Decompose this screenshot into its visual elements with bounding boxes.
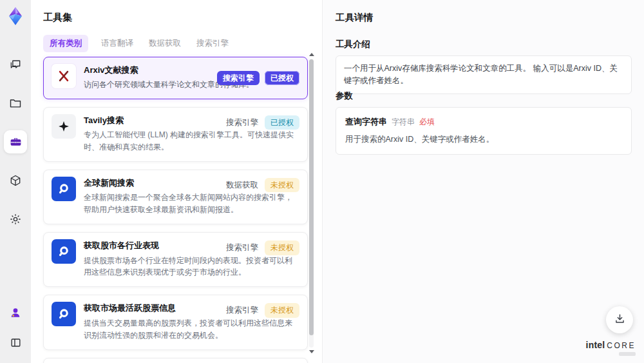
tool-card-regional-news[interactable]: 万维地区新闻查询 查询具体行政区划内的新闻，快速了解各地新闻动 搜索引擎 未授权 xyxy=(43,358,308,363)
intel-core-logo: intelCORE xyxy=(586,339,636,356)
avatar-icon xyxy=(9,306,22,319)
parameter-type: 字符串 xyxy=(392,117,415,128)
tool-card-sector-performance[interactable]: 获取股市各行业表现 提供股票市场各个行业在特定时间段内的表现。投资者可以利用这些… xyxy=(43,232,308,287)
tool-badges: 搜索引擎 未授权 xyxy=(226,240,299,255)
toolbox-icon xyxy=(9,135,23,149)
list-scrollbar[interactable] xyxy=(308,53,314,353)
page-title: 工具集 xyxy=(43,12,72,24)
tab-translation[interactable]: 语言翻译 xyxy=(99,35,136,52)
sidebar-item-toolbox[interactable] xyxy=(4,130,27,153)
parameter-header: 查询字符串 字符串 必填 xyxy=(345,116,622,128)
intel-brand-text: intel xyxy=(586,340,605,350)
download-button[interactable] xyxy=(606,306,633,333)
category-label: 搜索引擎 xyxy=(226,305,258,316)
tool-description: 提供股票市场各个行业在特定时间段内的表现。投资者可以利用这些信息来识别表现优于或… xyxy=(84,255,299,279)
auth-status-badge: 未授权 xyxy=(265,178,299,192)
stock-search-icon xyxy=(52,239,76,264)
params-section-title: 参数 xyxy=(336,90,353,102)
package-icon xyxy=(9,174,22,187)
tool-card-tavily[interactable]: Tavily搜索 专为人工智能代理 (LLM) 构建的搜索引擎工具。可快速提供实… xyxy=(43,107,308,162)
user-avatar[interactable] xyxy=(4,301,27,324)
tavily-star-icon xyxy=(52,114,76,139)
news-search-icon xyxy=(52,177,76,201)
arxiv-icon xyxy=(52,64,76,88)
tool-card-list: Arxiv文献搜索 访问各个研究领域大量科学论文和文章的存储库。 搜索引擎 已授… xyxy=(43,57,308,363)
download-icon xyxy=(614,313,626,328)
intro-section-title: 工具介绍 xyxy=(336,39,370,50)
scroll-up-arrow-icon[interactable] xyxy=(309,53,314,56)
tool-badges: 数据获取 未授权 xyxy=(226,178,299,192)
category-tabs: 所有类别 语言翻译 数据获取 搜索引擎 xyxy=(43,35,231,52)
intel-logo-subtext xyxy=(619,352,636,356)
auth-status-badge: 已授权 xyxy=(265,71,299,85)
parameter-description: 用于搜索的Arxiv ID、关键字或作者姓名。 xyxy=(345,133,622,146)
parameter-name: 查询字符串 xyxy=(345,116,387,128)
folder-icon xyxy=(9,97,22,110)
tab-search-engine[interactable]: 搜索引擎 xyxy=(194,35,231,52)
tool-description: 全球新闻搜索是一个聚合全球各大新闻网站内容的搜索引擎，帮助用户快速获取全球最新资… xyxy=(84,191,299,216)
chat-icon xyxy=(9,58,22,71)
auth-status-badge: 已授权 xyxy=(265,115,299,130)
core-brand-text: CORE xyxy=(607,341,636,350)
tool-badges: 搜索引擎 已授权 xyxy=(217,71,299,85)
parameter-card: 查询字符串 字符串 必填 用于搜索的Arxiv ID、关键字或作者姓名。 xyxy=(336,107,632,155)
panel-toggle-icon xyxy=(10,337,22,349)
category-label: 搜索引擎 xyxy=(226,117,258,128)
scroll-down-arrow-icon[interactable] xyxy=(309,350,314,353)
tool-card-active-stocks[interactable]: 获取市场最活跃股票信息 提供当天交易量最高的股票列表，投资者可以利用这些信息来识… xyxy=(43,295,308,349)
left-rail xyxy=(0,0,31,363)
tool-badges: 搜索引擎 未授权 xyxy=(226,303,299,317)
app-logo-icon xyxy=(5,5,26,27)
detail-title: 工具详情 xyxy=(336,12,373,24)
collapse-panel-button[interactable] xyxy=(4,331,27,354)
sidebar-item-settings[interactable] xyxy=(4,208,27,231)
tool-description: 专为人工智能代理 (LLM) 构建的搜索引擎工具。可快速提供实时、准确和真实的结… xyxy=(84,129,299,153)
tool-description: 提供当天交易量最高的股票列表，投资者可以利用这些信息来识别流动性强的股票和潜在的… xyxy=(84,317,299,342)
category-label: 数据获取 xyxy=(226,180,258,191)
tab-all-categories[interactable]: 所有类别 xyxy=(43,35,88,52)
category-badge: 搜索引擎 xyxy=(217,71,260,85)
sidebar-item-files[interactable] xyxy=(4,92,27,115)
stock-search-icon xyxy=(52,302,76,326)
tool-card-global-news[interactable]: 全球新闻搜索 全球新闻搜索是一个聚合全球各大新闻网站内容的搜索引擎，帮助用户快速… xyxy=(43,170,308,224)
sidebar-item-chat[interactable] xyxy=(4,53,27,76)
scrollbar-thumb[interactable] xyxy=(309,59,314,335)
tool-badges: 搜索引擎 已授权 xyxy=(226,115,299,130)
tool-detail-panel: 工具详情 工具介绍 一个用于从Arxiv存储库搜索科学论文和文章的工具。 输入可… xyxy=(322,0,644,363)
tool-card-arxiv[interactable]: Arxiv文献搜索 访问各个研究领域大量科学论文和文章的存储库。 搜索引擎 已授… xyxy=(43,57,308,99)
parameter-required-flag: 必填 xyxy=(419,117,435,128)
tools-panel: 工具集 所有类别 语言翻译 数据获取 搜索引擎 Arxiv文献搜索 访问各个研究… xyxy=(31,0,322,363)
auth-status-badge: 未授权 xyxy=(265,240,299,255)
sidebar-item-packages[interactable] xyxy=(4,169,27,192)
auth-status-badge: 未授权 xyxy=(265,303,299,317)
app-window: 工具集 所有类别 语言翻译 数据获取 搜索引擎 Arxiv文献搜索 访问各个研究… xyxy=(0,0,644,363)
tool-intro-text: 一个用于从Arxiv存储库搜索科学论文和文章的工具。 输入可以是Arxiv ID… xyxy=(336,55,632,94)
tab-data-fetch[interactable]: 数据获取 xyxy=(146,35,184,52)
gear-icon xyxy=(9,213,22,226)
category-label: 搜索引擎 xyxy=(226,242,258,253)
